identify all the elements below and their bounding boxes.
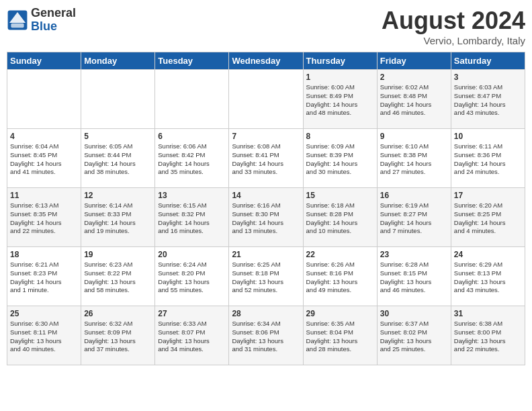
column-header-wednesday: Wednesday: [229, 52, 303, 70]
day-number: 30: [380, 309, 448, 318]
day-number: 8: [306, 132, 374, 141]
day-info: Sunrise: 6:18 AM Sunset: 8:28 PM Dayligh…: [306, 201, 374, 236]
logo-line1: General: [31, 7, 76, 20]
day-cell: 21Sunrise: 6:25 AM Sunset: 8:18 PM Dayli…: [229, 247, 303, 306]
day-cell: [81, 70, 155, 129]
day-info: Sunrise: 6:21 AM Sunset: 8:23 PM Dayligh…: [10, 261, 78, 295]
day-cell: 10Sunrise: 6:11 AM Sunset: 8:36 PM Dayli…: [451, 129, 525, 188]
day-info: Sunrise: 6:05 AM Sunset: 8:44 PM Dayligh…: [84, 142, 152, 177]
day-cell: 15Sunrise: 6:18 AM Sunset: 8:28 PM Dayli…: [303, 188, 377, 247]
day-cell: 14Sunrise: 6:16 AM Sunset: 8:30 PM Dayli…: [229, 188, 303, 247]
day-cell: 13Sunrise: 6:15 AM Sunset: 8:32 PM Dayli…: [155, 188, 229, 247]
column-header-monday: Monday: [81, 52, 155, 70]
day-info: Sunrise: 6:09 AM Sunset: 8:39 PM Dayligh…: [306, 142, 374, 177]
week-row-1: 1Sunrise: 6:00 AM Sunset: 8:49 PM Daylig…: [7, 70, 525, 129]
column-header-friday: Friday: [377, 52, 451, 70]
month-title: August 2024: [382, 7, 525, 35]
day-number: 12: [84, 191, 152, 200]
day-number: 27: [158, 309, 226, 318]
week-row-2: 4Sunrise: 6:04 AM Sunset: 8:45 PM Daylig…: [7, 129, 525, 188]
day-cell: 27Sunrise: 6:33 AM Sunset: 8:07 PM Dayli…: [155, 306, 229, 365]
day-cell: 19Sunrise: 6:23 AM Sunset: 8:22 PM Dayli…: [81, 247, 155, 306]
day-info: Sunrise: 6:23 AM Sunset: 8:22 PM Dayligh…: [84, 261, 152, 295]
svg-rect-2: [11, 24, 24, 28]
day-cell: 12Sunrise: 6:14 AM Sunset: 8:33 PM Dayli…: [81, 188, 155, 247]
day-cell: 5Sunrise: 6:05 AM Sunset: 8:44 PM Daylig…: [81, 129, 155, 188]
day-cell: 23Sunrise: 6:28 AM Sunset: 8:15 PM Dayli…: [377, 247, 451, 306]
day-number: 11: [10, 191, 78, 200]
day-info: Sunrise: 6:35 AM Sunset: 8:04 PM Dayligh…: [306, 320, 374, 354]
day-info: Sunrise: 6:30 AM Sunset: 8:11 PM Dayligh…: [10, 320, 78, 354]
day-info: Sunrise: 6:24 AM Sunset: 8:20 PM Dayligh…: [158, 261, 226, 295]
day-cell: [7, 70, 81, 129]
calendar-table: SundayMondayTuesdayWednesdayThursdayFrid…: [7, 52, 525, 365]
day-number: 17: [454, 191, 522, 200]
day-cell: 29Sunrise: 6:35 AM Sunset: 8:04 PM Dayli…: [303, 306, 377, 365]
day-cell: 31Sunrise: 6:38 AM Sunset: 8:00 PM Dayli…: [451, 306, 525, 365]
day-number: 1: [306, 73, 374, 82]
day-cell: 18Sunrise: 6:21 AM Sunset: 8:23 PM Dayli…: [7, 247, 81, 306]
day-info: Sunrise: 6:02 AM Sunset: 8:48 PM Dayligh…: [380, 83, 448, 118]
week-row-3: 11Sunrise: 6:13 AM Sunset: 8:35 PM Dayli…: [7, 188, 525, 247]
day-cell: 22Sunrise: 6:26 AM Sunset: 8:16 PM Dayli…: [303, 247, 377, 306]
column-header-thursday: Thursday: [303, 52, 377, 70]
day-cell: 3Sunrise: 6:03 AM Sunset: 8:47 PM Daylig…: [451, 70, 525, 129]
day-info: Sunrise: 6:38 AM Sunset: 8:00 PM Dayligh…: [454, 320, 522, 354]
week-row-4: 18Sunrise: 6:21 AM Sunset: 8:23 PM Dayli…: [7, 247, 525, 306]
day-cell: 7Sunrise: 6:08 AM Sunset: 8:41 PM Daylig…: [229, 129, 303, 188]
day-cell: 16Sunrise: 6:19 AM Sunset: 8:27 PM Dayli…: [377, 188, 451, 247]
day-cell: 17Sunrise: 6:20 AM Sunset: 8:25 PM Dayli…: [451, 188, 525, 247]
day-number: 10: [454, 132, 522, 141]
day-number: 4: [10, 132, 78, 141]
day-number: 19: [84, 250, 152, 259]
week-row-5: 25Sunrise: 6:30 AM Sunset: 8:11 PM Dayli…: [7, 306, 525, 365]
day-cell: 28Sunrise: 6:34 AM Sunset: 8:06 PM Dayli…: [229, 306, 303, 365]
day-number: 26: [84, 309, 152, 318]
day-info: Sunrise: 6:04 AM Sunset: 8:45 PM Dayligh…: [10, 142, 78, 177]
day-info: Sunrise: 6:26 AM Sunset: 8:16 PM Dayligh…: [306, 261, 374, 295]
day-info: Sunrise: 6:08 AM Sunset: 8:41 PM Dayligh…: [232, 142, 300, 177]
day-info: Sunrise: 6:32 AM Sunset: 8:09 PM Dayligh…: [84, 320, 152, 354]
day-number: 14: [232, 191, 300, 200]
day-info: Sunrise: 6:29 AM Sunset: 8:13 PM Dayligh…: [454, 261, 522, 295]
day-cell: 2Sunrise: 6:02 AM Sunset: 8:48 PM Daylig…: [377, 70, 451, 129]
day-number: 22: [306, 250, 374, 259]
day-info: Sunrise: 6:06 AM Sunset: 8:42 PM Dayligh…: [158, 142, 226, 177]
day-cell: 9Sunrise: 6:10 AM Sunset: 8:38 PM Daylig…: [377, 129, 451, 188]
day-number: 16: [380, 191, 448, 200]
day-info: Sunrise: 6:28 AM Sunset: 8:15 PM Dayligh…: [380, 261, 448, 295]
logo-icon: [7, 9, 28, 31]
day-info: Sunrise: 6:37 AM Sunset: 8:02 PM Dayligh…: [380, 320, 448, 354]
day-cell: 20Sunrise: 6:24 AM Sunset: 8:20 PM Dayli…: [155, 247, 229, 306]
day-info: Sunrise: 6:03 AM Sunset: 8:47 PM Dayligh…: [454, 83, 522, 118]
day-cell: [229, 70, 303, 129]
day-info: Sunrise: 6:19 AM Sunset: 8:27 PM Dayligh…: [380, 201, 448, 236]
day-info: Sunrise: 6:00 AM Sunset: 8:49 PM Dayligh…: [306, 83, 374, 118]
day-number: 7: [232, 132, 300, 141]
day-info: Sunrise: 6:14 AM Sunset: 8:33 PM Dayligh…: [84, 201, 152, 236]
day-info: Sunrise: 6:10 AM Sunset: 8:38 PM Dayligh…: [380, 142, 448, 177]
logo-line2: Blue: [31, 20, 76, 34]
day-info: Sunrise: 6:11 AM Sunset: 8:36 PM Dayligh…: [454, 142, 522, 177]
day-number: 15: [306, 191, 374, 200]
day-number: 28: [232, 309, 300, 318]
header-row: SundayMondayTuesdayWednesdayThursdayFrid…: [7, 52, 525, 70]
column-header-saturday: Saturday: [451, 52, 525, 70]
day-number: 23: [380, 250, 448, 259]
day-number: 20: [158, 250, 226, 259]
column-header-sunday: Sunday: [7, 52, 81, 70]
day-cell: 26Sunrise: 6:32 AM Sunset: 8:09 PM Dayli…: [81, 306, 155, 365]
day-number: 5: [84, 132, 152, 141]
day-cell: 11Sunrise: 6:13 AM Sunset: 8:35 PM Dayli…: [7, 188, 81, 247]
logo: General Blue: [7, 7, 76, 34]
column-header-tuesday: Tuesday: [155, 52, 229, 70]
day-cell: 8Sunrise: 6:09 AM Sunset: 8:39 PM Daylig…: [303, 129, 377, 188]
title-block: August 2024 Vervio, Lombardy, Italy: [382, 7, 525, 46]
day-number: 18: [10, 250, 78, 259]
day-cell: 4Sunrise: 6:04 AM Sunset: 8:45 PM Daylig…: [7, 129, 81, 188]
day-number: 24: [454, 250, 522, 259]
day-number: 25: [10, 309, 78, 318]
day-number: 6: [158, 132, 226, 141]
day-number: 2: [380, 73, 448, 82]
day-cell: 6Sunrise: 6:06 AM Sunset: 8:42 PM Daylig…: [155, 129, 229, 188]
